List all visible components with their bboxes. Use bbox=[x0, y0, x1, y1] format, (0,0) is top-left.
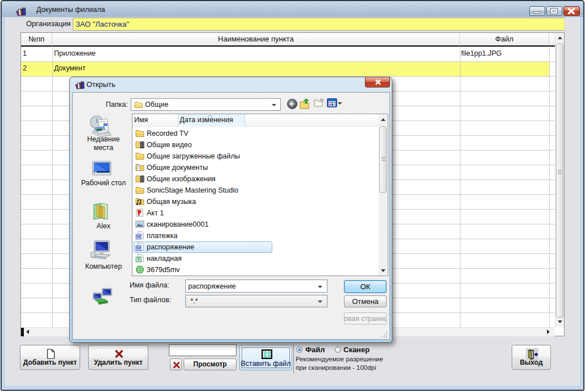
svg-text:X: X bbox=[137, 257, 140, 262]
svg-text:W: W bbox=[136, 234, 141, 239]
svg-text:W: W bbox=[136, 245, 141, 251]
